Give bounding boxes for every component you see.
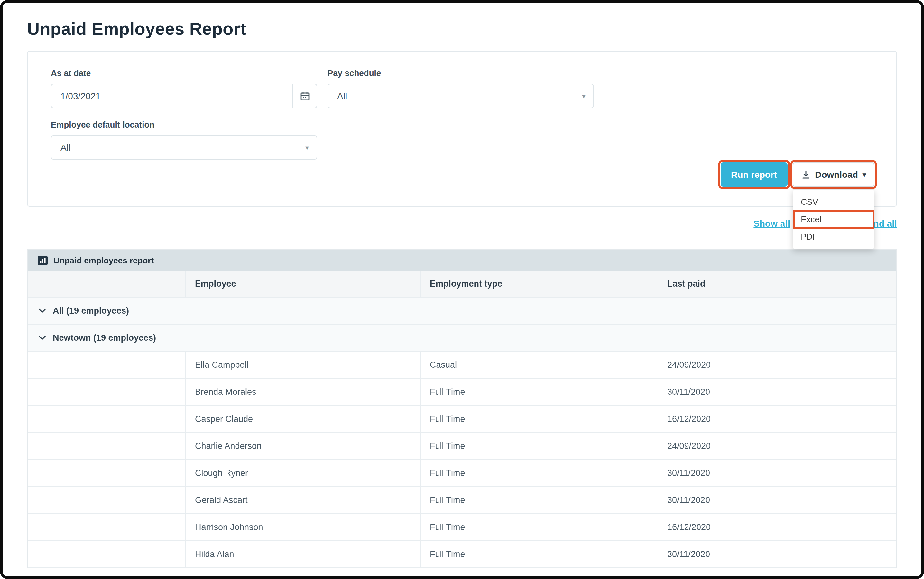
table-row: Ella Campbell Casual 24/09/2020 <box>28 352 896 379</box>
cell-last-paid: 24/09/2020 <box>658 433 896 459</box>
employee-default-location-label: Employee default location <box>51 120 317 129</box>
scale-wrapper: Unpaid Employees Report As at date 1/03/… <box>0 0 924 579</box>
download-menu-item-excel[interactable]: Excel <box>793 211 874 228</box>
as-at-date-label: As at date <box>51 68 317 78</box>
page-title: Unpaid Employees Report <box>27 19 897 39</box>
cell-indent <box>28 433 185 459</box>
cell-indent <box>28 352 185 378</box>
employee-default-location-field: Employee default location All ▾ <box>51 120 317 160</box>
employee-default-location-value: All <box>60 142 70 153</box>
as-at-date-value: 1/03/2021 <box>52 91 292 101</box>
table-links: Show all Expand all <box>27 217 897 230</box>
cell-employment-type: Full Time <box>420 406 658 432</box>
chevron-down-icon: ▾ <box>582 92 585 100</box>
cell-indent <box>28 406 185 432</box>
cell-employment-type: Casual <box>420 352 658 378</box>
chevron-down-icon: ▾ <box>305 144 309 151</box>
table-row: Charlie Anderson Full Time 24/09/2020 <box>28 433 896 460</box>
cell-indent <box>28 487 185 513</box>
download-menu: CSV Excel PDF <box>792 189 875 249</box>
pay-schedule-field: Pay schedule All ▾ <box>328 68 594 108</box>
table-row: Harrison Johnson Full Time 16/12/2020 <box>28 514 896 541</box>
cell-employment-type: Full Time <box>420 541 658 568</box>
cell-employment-type: Full Time <box>420 487 658 513</box>
download-menu-item-csv[interactable]: CSV <box>793 193 874 211</box>
table-header-row: Employee Employment type Last paid <box>28 270 896 298</box>
group-row-newtown[interactable]: Newtown (19 employees) <box>28 325 896 352</box>
calendar-icon <box>300 91 310 101</box>
download-icon <box>801 170 810 179</box>
table-row: Gerald Ascart Full Time 30/11/2020 <box>28 487 896 514</box>
as-at-date-input[interactable]: 1/03/2021 <box>51 84 317 108</box>
cell-last-paid: 24/09/2020 <box>658 352 896 378</box>
as-at-date-field: As at date 1/03/2021 <box>51 68 317 108</box>
download-button-label: Download <box>815 169 858 180</box>
pay-schedule-value: All <box>337 91 347 101</box>
cell-employment-type: Full Time <box>420 514 658 540</box>
header-cell-employment-type: Employment type <box>420 270 658 297</box>
cell-last-paid: 30/11/2020 <box>658 379 896 405</box>
cell-indent <box>28 379 185 405</box>
cell-employee: Charlie Anderson <box>185 433 420 459</box>
cell-employee: Gerald Ascart <box>185 487 420 513</box>
cell-last-paid: 16/12/2020 <box>658 514 896 540</box>
filter-row-2: Employee default location All ▾ <box>51 120 875 160</box>
cell-last-paid: 30/11/2020 <box>658 541 896 568</box>
cell-employment-type: Full Time <box>420 379 658 405</box>
cell-indent <box>28 460 185 486</box>
cell-last-paid: 16/12/2020 <box>658 406 896 432</box>
unpaid-employees-table: Unpaid employees report Employee Employm… <box>27 249 897 568</box>
cell-employee: Hilda Alan <box>185 541 420 568</box>
cell-last-paid: 30/11/2020 <box>658 460 896 486</box>
show-all-link[interactable]: Show all <box>753 218 790 229</box>
header-cell-employee: Employee <box>185 270 420 297</box>
group-row-label: Newtown (19 employees) <box>53 333 156 343</box>
cell-employee: Harrison Johnson <box>185 514 420 540</box>
table-row: Hilda Alan Full Time 30/11/2020 <box>28 541 896 568</box>
run-report-button[interactable]: Run report <box>721 162 787 187</box>
employee-default-location-select[interactable]: All ▾ <box>51 135 317 160</box>
group-row-label: All (19 employees) <box>53 306 129 316</box>
cell-indent <box>28 514 185 540</box>
cell-employee: Clough Ryner <box>185 460 420 486</box>
cell-employee: Casper Claude <box>185 406 420 432</box>
chevron-down-icon: ▾ <box>862 171 866 178</box>
chevron-down-icon <box>39 309 46 313</box>
cell-employee: Brenda Morales <box>185 379 420 405</box>
report-icon <box>38 255 47 265</box>
cell-employee: Ella Campbell <box>185 352 420 378</box>
header-cell-empty <box>28 270 185 297</box>
download-dropdown: Download ▾ CSV Excel PDF <box>792 162 875 187</box>
report-page: Unpaid Employees Report As at date 1/03/… <box>3 19 921 568</box>
table-title-bar: Unpaid employees report <box>28 250 896 270</box>
filter-actions: Run report Download ▾ CSV Excel PDF <box>51 162 875 187</box>
group-row-all[interactable]: All (19 employees) <box>28 298 896 325</box>
cell-last-paid: 30/11/2020 <box>658 487 896 513</box>
filter-row-1: As at date 1/03/2021 <box>51 68 875 108</box>
table-title: Unpaid employees report <box>54 255 154 265</box>
download-menu-item-pdf[interactable]: PDF <box>793 228 874 245</box>
header-cell-last-paid: Last paid <box>658 270 896 297</box>
table-row: Clough Ryner Full Time 30/11/2020 <box>28 460 896 487</box>
calendar-button[interactable] <box>292 84 316 108</box>
download-button[interactable]: Download ▾ <box>792 162 875 187</box>
cell-indent <box>28 541 185 568</box>
table-row: Brenda Morales Full Time 30/11/2020 <box>28 379 896 406</box>
pay-schedule-select[interactable]: All ▾ <box>328 84 594 108</box>
table-row: Casper Claude Full Time 16/12/2020 <box>28 406 896 433</box>
app-frame: Unpaid Employees Report As at date 1/03/… <box>0 0 924 579</box>
filter-panel: As at date 1/03/2021 <box>27 51 897 207</box>
pay-schedule-label: Pay schedule <box>328 68 594 78</box>
cell-employment-type: Full Time <box>420 460 658 486</box>
cell-employment-type: Full Time <box>420 433 658 459</box>
chevron-down-icon <box>39 335 46 340</box>
